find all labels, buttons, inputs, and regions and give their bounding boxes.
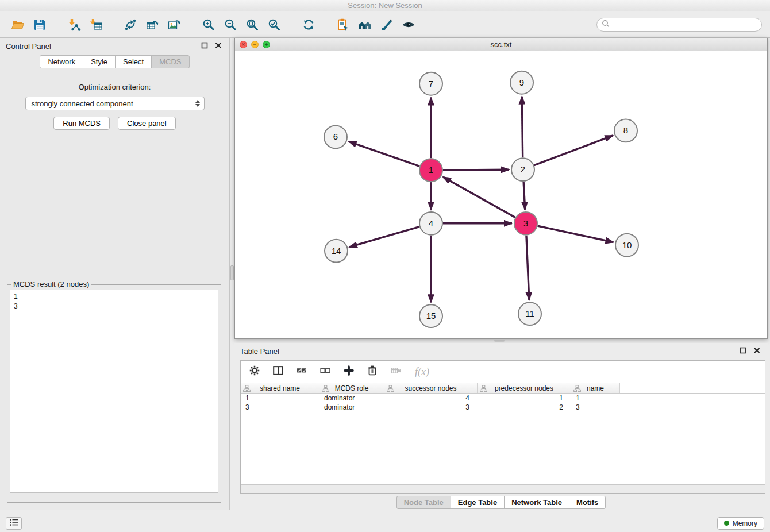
float-panel-button[interactable] xyxy=(199,41,210,51)
select-all-button[interactable] xyxy=(294,364,310,380)
optimization-criterion-dropdown[interactable]: strongly connected component xyxy=(25,97,205,110)
graph-edge-2-9[interactable] xyxy=(522,97,522,158)
zoom-in-button[interactable] xyxy=(198,14,220,36)
trash-button[interactable] xyxy=(364,364,380,380)
search-input[interactable] xyxy=(613,21,757,29)
clipboard-network-button[interactable] xyxy=(332,14,354,36)
table-cell[interactable]: 3 xyxy=(241,403,319,411)
graph-node-1[interactable]: 1 xyxy=(419,159,442,182)
tab-network[interactable]: Network xyxy=(40,55,83,68)
table-cell[interactable]: 1 xyxy=(571,394,620,402)
mcds-result-item[interactable]: 3 xyxy=(14,302,214,311)
refresh-icon xyxy=(302,18,315,32)
table-header-row: shared nameMCDS rolesuccessor nodesprede… xyxy=(241,383,765,394)
close-panel-button-2[interactable]: Close panel xyxy=(118,117,176,130)
zoom-window-icon[interactable]: + xyxy=(263,41,270,48)
table-cell[interactable]: dominator xyxy=(319,403,384,411)
vertical-splitter-handle[interactable] xyxy=(230,265,234,280)
table-cell[interactable]: 3 xyxy=(384,403,478,411)
close-panel-button[interactable] xyxy=(213,41,224,51)
eye-button[interactable] xyxy=(398,14,419,36)
table-cell[interactable]: 1 xyxy=(241,394,319,402)
import-network-icon xyxy=(67,18,81,32)
table-row[interactable]: 3dominator323 xyxy=(241,403,765,412)
horizontal-splitter-handle[interactable] xyxy=(494,340,505,342)
columns-button[interactable] xyxy=(270,364,286,380)
table-cell[interactable]: 4 xyxy=(384,394,478,402)
mcds-result-list[interactable]: 13 xyxy=(10,290,218,493)
table-cell[interactable]: dominator xyxy=(319,394,384,402)
export-image-button[interactable] xyxy=(163,14,185,36)
close-table-panel-button[interactable] xyxy=(752,346,762,356)
run-mcds-button[interactable]: Run MCDS xyxy=(53,117,110,130)
column-header-name[interactable]: name xyxy=(571,383,620,393)
table-cell[interactable]: 1 xyxy=(478,394,571,402)
deselect-all-button[interactable] xyxy=(317,364,333,380)
memory-button[interactable]: Memory xyxy=(717,517,764,530)
task-history-button[interactable] xyxy=(6,517,22,530)
network-window-titlebar[interactable]: ×−+ scc.txt xyxy=(235,38,767,51)
open-folder-icon xyxy=(11,18,25,32)
table-cell[interactable]: 2 xyxy=(478,403,571,411)
zoom-out-button[interactable] xyxy=(220,14,241,36)
first-neighbors-icon xyxy=(358,18,372,32)
table-cell[interactable]: 3 xyxy=(571,403,620,411)
column-header-shared-name[interactable]: shared name xyxy=(241,383,319,393)
graph-edge-3-1[interactable] xyxy=(443,177,515,218)
export-table-button[interactable] xyxy=(141,14,163,36)
graph-node-4[interactable]: 4 xyxy=(419,212,442,235)
import-network-button[interactable] xyxy=(63,14,85,36)
graph-node-14[interactable]: 14 xyxy=(325,240,348,263)
graph-node-3[interactable]: 3 xyxy=(514,212,537,235)
graph-node-10[interactable]: 10 xyxy=(615,234,638,257)
graph-edge-1-2[interactable] xyxy=(443,169,509,170)
first-neighbors-button[interactable] xyxy=(354,14,376,36)
window-controls: ×−+ xyxy=(240,41,270,48)
open-folder-button[interactable] xyxy=(7,14,29,36)
graph-node-8[interactable]: 8 xyxy=(614,119,637,142)
table-row[interactable]: 1dominator411 xyxy=(241,394,765,403)
tab-mcds[interactable]: MCDS xyxy=(151,55,189,68)
graph-node-6[interactable]: 6 xyxy=(324,125,347,148)
tab-style[interactable]: Style xyxy=(83,55,116,68)
tab-edge-table[interactable]: Edge Table xyxy=(451,496,505,509)
graph-node-9[interactable]: 9 xyxy=(510,71,533,94)
column-header-successor-nodes[interactable]: successor nodes xyxy=(384,383,478,393)
graph-node-11[interactable]: 11 xyxy=(518,302,541,325)
close-window-icon[interactable]: × xyxy=(240,41,247,48)
graph-edge-3-10[interactable] xyxy=(538,226,614,242)
zoom-selected-button[interactable] xyxy=(263,14,285,36)
graph-edge-2-3[interactable] xyxy=(523,182,525,210)
control-panel-tabs: NetworkStyleSelectMCDS xyxy=(0,55,229,68)
tab-select[interactable]: Select xyxy=(115,55,152,68)
zoom-fit-button[interactable] xyxy=(241,14,263,36)
import-table-icon xyxy=(89,18,103,32)
gear-button[interactable] xyxy=(247,364,263,380)
tab-node-table[interactable]: Node Table xyxy=(396,496,451,509)
save-session-button[interactable] xyxy=(29,14,51,36)
column-header-predecessor-nodes[interactable]: predecessor nodes xyxy=(478,383,571,393)
graph-node-15[interactable]: 15 xyxy=(419,304,442,327)
add-row-button[interactable] xyxy=(341,364,357,380)
refresh-button[interactable] xyxy=(298,14,319,36)
network-canvas[interactable]: 7968124314101511 xyxy=(235,51,767,338)
graph-node-7[interactable]: 7 xyxy=(419,72,442,95)
graph-edge-3-11[interactable] xyxy=(526,236,529,300)
mcds-result-box: MCDS result (2 nodes) 13 xyxy=(7,284,221,503)
float-icon xyxy=(201,42,208,51)
float-table-panel-button[interactable] xyxy=(738,346,748,356)
column-header-mcds-role[interactable]: MCDS role xyxy=(319,383,384,393)
graph-edge-1-6[interactable] xyxy=(349,141,420,166)
import-table-button[interactable] xyxy=(85,14,107,36)
search-box[interactable] xyxy=(596,18,762,32)
minimize-window-icon[interactable]: − xyxy=(251,41,259,48)
style-brush-button[interactable] xyxy=(376,14,398,36)
graph-node-2[interactable]: 2 xyxy=(511,158,534,181)
tab-motifs[interactable]: Motifs xyxy=(569,496,606,509)
graph-edge-4-14[interactable] xyxy=(349,227,419,247)
mcds-result-item[interactable]: 1 xyxy=(14,292,214,302)
tab-network-table[interactable]: Network Table xyxy=(504,496,569,509)
table-horizontal-scrollbar[interactable] xyxy=(241,484,765,493)
graph-edge-2-8[interactable] xyxy=(534,136,613,165)
network-share-button[interactable] xyxy=(120,14,141,36)
